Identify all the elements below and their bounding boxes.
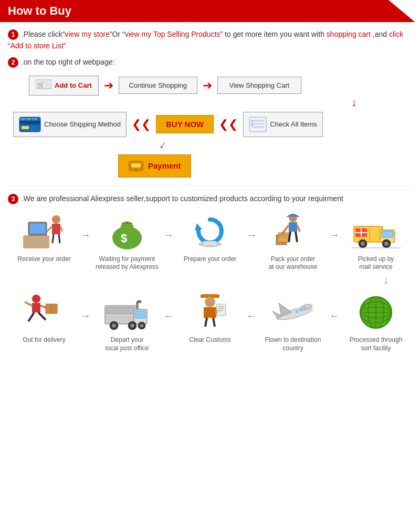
svg-line-57 [25,302,32,306]
svg-point-77 [205,297,215,307]
svg-line-23 [52,234,54,243]
svg-point-14 [135,170,137,172]
airplane-icon [268,292,318,332]
buy-now-button[interactable]: BUY NOW [156,115,214,133]
svg-line-22 [60,226,62,232]
process-arrow-8: ← [329,310,340,322]
process-item-sort: Processed throughsort facility [340,291,412,352]
page-header: How to Buy [0,0,420,22]
arrow-down-1: ↓ [351,96,357,109]
process-item-payment-wait: $ Waiting for paymentreleased by Aliexpr… [91,211,163,271]
arrow-left-2: ❮❮ [219,118,238,131]
svg-point-26 [121,223,133,231]
svg-text:✓: ✓ [250,122,254,127]
customs-icon [181,291,239,333]
svg-point-70 [112,323,116,328]
svg-rect-16 [26,237,47,246]
choose-shipping-button[interactable]: TOP TOP TOP Choose Shipping Method [13,112,127,137]
diag-arrow: ↓ [157,138,170,152]
svg-rect-3 [19,121,40,124]
svg-point-51 [361,242,365,246]
step3-number: 3 [8,194,18,204]
step3-block: 3 .We are professional Aliexpress seller… [8,194,412,352]
post-office-icon [98,291,156,333]
post-office-label: Depart yourlocal post office [106,336,149,352]
check-all-label: Check All Items [270,120,317,128]
receive-label: Receive your order [17,255,70,264]
step1-or-text: ”Or “ [110,30,125,38]
svg-rect-4 [22,126,29,129]
svg-rect-68 [107,307,134,314]
process-item-customs: Clear Customs [174,291,246,344]
process-row1: Receive your order → $ Waiting [8,211,412,271]
svg-rect-44 [382,231,393,237]
svg-marker-29 [195,223,202,231]
payment-button[interactable]: Payment [118,154,191,177]
process-item-pickup: Picked up bymail service [340,211,412,271]
page-title: How to Buy [8,4,71,18]
delivery-truck-icon [351,212,401,251]
flight-icon [264,291,322,333]
buy-now-label: BUY NOW [166,120,204,129]
payment-wait-icon: $ [98,211,156,253]
check-all-items-button[interactable]: ✓ ✓ Check All Items [243,112,323,137]
flow-bottom-row: TOP TOP TOP Choose Shipping Method ❮❮ BU… [13,112,407,137]
add-to-cart-button[interactable]: 🛒 Add to Cart [29,76,99,96]
process-item-pack: Pack your orderat our warehouse [257,211,329,271]
arrow-right-1: ➔ [104,79,113,92]
delivery-icon [15,291,73,333]
svg-rect-20 [52,224,60,234]
pickup-icon [347,211,405,253]
step1-text3: ,and [371,30,389,38]
svg-line-21 [47,226,52,232]
view-store-link[interactable]: view my store [65,30,110,38]
process-item-post-office: Depart yourlocal post office [91,291,163,352]
svg-rect-18 [30,224,45,233]
svg-line-41 [296,232,297,242]
warehouse-worker-icon [271,212,316,251]
svg-text:$: $ [121,232,127,245]
process-arrow-3: → [246,229,257,241]
process-down-arrow: ↓ [8,274,388,286]
receive-icon [15,211,73,253]
process-arrow-2: → [163,229,174,241]
down-arrow-container: ↓ [13,96,357,109]
shopping-cart-link[interactable]: shopping cart [327,30,371,38]
sort-icon [347,291,405,333]
svg-point-19 [52,215,60,224]
view-cart-button[interactable]: View Shopping Cart [217,77,301,94]
process-arrow-down: ↓ [383,274,388,286]
svg-rect-67 [137,300,141,303]
svg-point-74 [140,324,144,328]
svg-text:🛒: 🛒 [37,81,45,88]
svg-line-60 [38,312,46,320]
step3-text-container: 3 .We are professional Aliexpress seller… [8,194,412,204]
arrow-right-2: ➔ [203,79,212,92]
step1-block: 1 .Please click“view my store”Or “view m… [8,28,412,52]
step2-number: 2 [8,57,18,68]
pack-label: Pack your orderat our warehouse [269,255,318,271]
continue-shopping-label: Continue Shopping [129,81,187,89]
checklist-icon: ✓ ✓ [249,117,267,132]
svg-line-59 [28,312,34,321]
svg-line-85 [213,318,215,327]
svg-line-24 [59,234,60,243]
svg-rect-65 [135,311,145,318]
divider1 [8,185,412,186]
prepare-icon [181,211,239,253]
continue-shopping-button[interactable]: Continue Shopping [119,77,197,94]
process-item-prepare: Prepare your order [174,211,246,264]
svg-text:TOP TOP TOP: TOP TOP TOP [20,118,38,121]
add-to-cart-label: Add to Cart [55,81,92,89]
process-arrow-1: → [80,229,91,241]
person-computer-icon [20,212,68,251]
process-arrow-5: ← [80,310,91,322]
garbage-truck-icon [103,292,151,332]
prepare-label: Prepare your order [184,255,237,264]
step2-block: 2 .on the top right of webpage: [8,57,412,68]
step1-text2: ” to get more item you want with [220,30,327,38]
payment-label: Payment [148,161,181,170]
step2-text: .on the top right of webpage: [22,57,114,66]
svg-point-53 [384,242,388,246]
view-top-products-link[interactable]: view my Top Selling Products [125,30,220,38]
